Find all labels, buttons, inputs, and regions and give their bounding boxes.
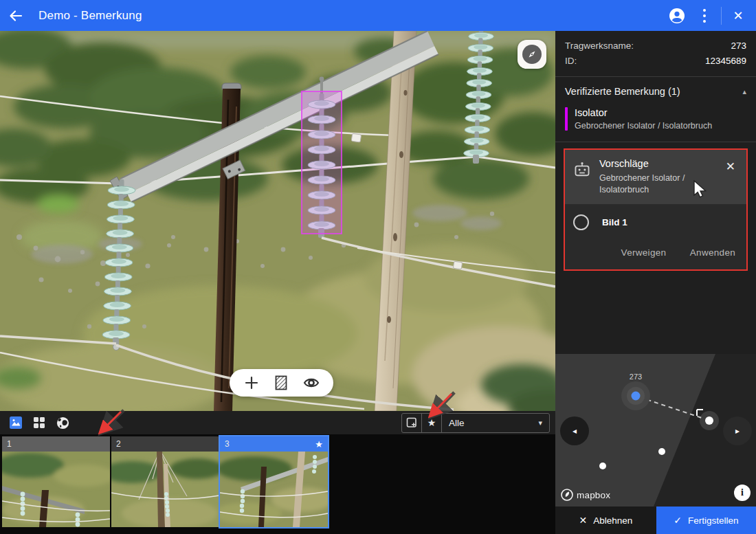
side-panel: Tragwerksname: 273 ID: 12345689 Verifizi…	[555, 31, 756, 534]
suggestion-subtitle: Gebrochener Isolator / Isolatorbruch	[599, 173, 704, 196]
thumbnail-2-photo	[111, 452, 219, 527]
eye-icon	[303, 377, 320, 389]
annotation-list-item[interactable]: Isolator Gebrochener Isolator / Isolator…	[555, 106, 756, 139]
collapse-icon: ▴	[742, 87, 746, 96]
thumbnail-3-label: 3	[225, 439, 230, 449]
structure-name-value: 273	[731, 41, 746, 51]
dropdown-caret-icon: ▾	[538, 419, 542, 427]
thumbnail-3-star-icon[interactable]: ★	[315, 439, 323, 449]
add-annotation-button[interactable]	[241, 372, 262, 393]
panel-divider	[555, 142, 756, 142]
suggestion-option-row[interactable]: Bild 1	[565, 204, 746, 241]
more-vert-icon	[703, 9, 706, 23]
add-image-button[interactable]	[402, 414, 421, 432]
structure-id-value: 12345689	[705, 56, 746, 66]
thumbnail-1[interactable]: 1	[2, 436, 110, 527]
back-button[interactable]	[0, 0, 32, 31]
fill-style-button[interactable]	[271, 372, 291, 393]
suggestion-card: Vorschläge Gebrochener Isolator / Isolat…	[564, 148, 748, 271]
grid-view-icon	[33, 416, 45, 429]
account-button[interactable]	[663, 0, 691, 31]
filter-select[interactable]: Alle ▾	[441, 414, 549, 432]
footer-actions: ✕ Ablehnen ✓ Fertigstellen	[555, 507, 756, 534]
page-title: Demo - Bemerkung	[38, 9, 142, 23]
image-view-icon	[9, 416, 23, 430]
plus-icon	[244, 375, 259, 390]
check-icon: ✓	[674, 515, 682, 526]
suggestion-close-icon[interactable]: ✕	[722, 158, 740, 196]
minimap-current-structure-marker[interactable]	[632, 392, 641, 401]
annotation-color-bar	[565, 107, 568, 131]
close-icon: ✕	[733, 10, 743, 22]
minimap-marker[interactable]	[658, 448, 665, 455]
app-bar: Demo - Bemerkung ✕	[0, 0, 756, 31]
aerial-photo[interactable]	[0, 31, 555, 411]
reject-button[interactable]: ✕ Ablehnen	[555, 507, 656, 534]
map-view-button[interactable]	[51, 411, 74, 434]
close-window-button[interactable]: ✕	[724, 0, 752, 31]
suggestion-actions: Verweigen Anwenden	[565, 241, 746, 269]
app-bar-divider	[721, 7, 722, 25]
minimap-marker[interactable]	[599, 463, 606, 469]
verified-annotations-section[interactable]: Verifizierte Bemerkung (1) ▴	[555, 77, 756, 106]
suggestion-title: Vorschläge	[599, 158, 704, 169]
reject-button-label: Ablehnen	[593, 515, 632, 526]
previous-image-button[interactable]: ◂	[560, 416, 589, 445]
annotation-title: Isolator	[575, 107, 712, 118]
back-arrow-icon	[8, 8, 23, 23]
fill-style-icon	[274, 375, 289, 391]
account-icon	[669, 8, 685, 24]
prev-icon: ◂	[572, 426, 577, 436]
robot-icon	[573, 161, 591, 179]
structure-id-label: ID:	[565, 56, 577, 66]
visibility-button[interactable]	[301, 372, 322, 393]
radio-icon[interactable]	[573, 214, 589, 230]
mapbox-logo-icon	[561, 489, 573, 501]
mapbox-wordmark: mapbox	[577, 490, 610, 500]
filter-select-value: Alle	[449, 418, 465, 428]
thumbnail-1-label: 1	[7, 439, 12, 449]
section-title: Verifizierte Bemerkung (1)	[565, 86, 680, 97]
globe-icon	[56, 416, 69, 430]
finish-button-label: Fertigstellen	[688, 515, 739, 526]
add-image-icon	[406, 417, 418, 429]
compass-icon	[522, 45, 542, 64]
compass-button[interactable]	[518, 40, 546, 69]
star-icon: ★	[427, 417, 436, 428]
thumbnail-2[interactable]: 2	[111, 436, 219, 527]
thumbnail-2-label: 2	[116, 439, 121, 449]
image-view-button[interactable]	[4, 411, 27, 434]
thumbnail-1-photo	[2, 452, 110, 527]
mapbox-attribution[interactable]: mapbox	[561, 489, 610, 501]
structure-info: Tragwerksname: 273 ID: 12345689	[555, 31, 756, 74]
finish-button[interactable]: ✓ Fertigstellen	[656, 507, 756, 534]
thumbnail-3-photo	[220, 452, 328, 527]
info-row-id: ID: 12345689	[565, 53, 746, 68]
map-info-button[interactable]: i	[734, 485, 751, 501]
thumbnail-3[interactable]: 3 ★	[220, 436, 328, 527]
annotation-review-window: Demo - Bemerkung ✕	[0, 0, 756, 534]
suggestion-header: Vorschläge Gebrochener Isolator / Isolat…	[565, 150, 746, 204]
filmstrip-filters: ★ Alle ▾	[401, 413, 550, 433]
thumbnail-strip: 1	[0, 434, 555, 534]
grid-view-button[interactable]	[27, 411, 51, 434]
suggestion-option-label: Bild 1	[602, 217, 627, 227]
minimap[interactable]: 273 ◂ ▸ mapbox i	[555, 354, 756, 507]
more-menu-button[interactable]	[691, 0, 718, 31]
filmstrip-toolbar: ★ Alle ▾	[0, 411, 555, 434]
reject-x-icon: ✕	[579, 515, 588, 526]
apply-suggestion-button[interactable]: Anwenden	[690, 247, 735, 258]
minimap-structure-label: 273	[623, 372, 648, 381]
annotation-bbox[interactable]	[302, 91, 342, 234]
minimap-camera-marker[interactable]	[705, 416, 713, 425]
info-row-structure-name: Tragwerksname: 273	[565, 38, 746, 53]
annotation-subtitle: Gebrochener Isolator / Isolatorbruch	[575, 121, 712, 131]
star-filter-button[interactable]: ★	[421, 414, 441, 432]
reject-suggestion-button[interactable]: Verweigen	[621, 247, 667, 258]
info-icon: i	[741, 487, 744, 498]
next-image-button[interactable]: ▸	[723, 416, 752, 445]
photo-viewport[interactable]	[0, 31, 555, 411]
structure-name-label: Tragwerksname:	[565, 41, 634, 51]
annotation-toolbar	[230, 369, 333, 397]
next-icon: ▸	[735, 426, 740, 436]
